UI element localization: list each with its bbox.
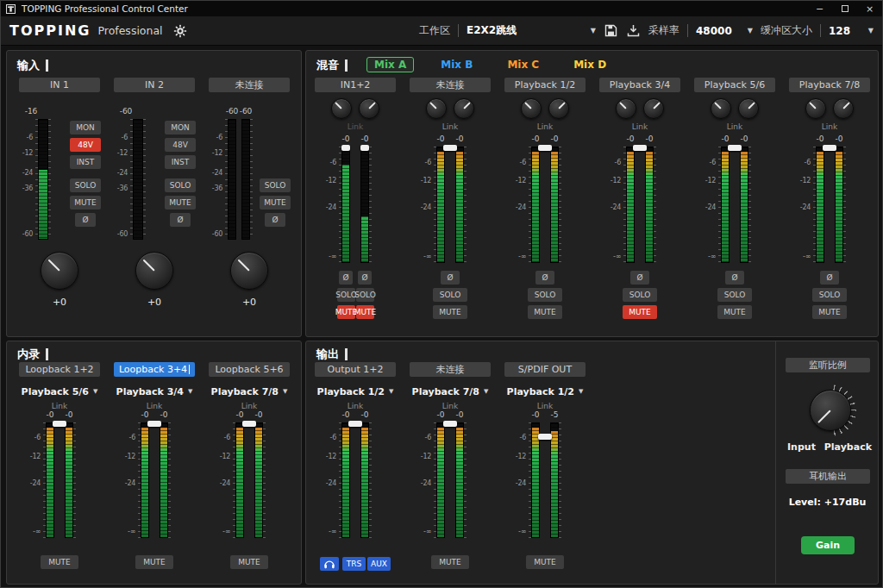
channel-header[interactable]: 未连接 — [209, 78, 290, 92]
monitor-balance-knob[interactable] — [805, 385, 856, 436]
mon-button[interactable]: MON — [165, 121, 196, 134]
phase-button[interactable]: Ø — [630, 271, 649, 285]
mute-button[interactable]: MUTE — [70, 196, 101, 210]
mute-button[interactable]: MUTE — [165, 196, 196, 210]
fader-handle[interactable] — [728, 145, 742, 151]
fader-handle[interactable] — [242, 421, 256, 427]
mute-button[interactable]: MUTE — [623, 305, 657, 319]
phantom-48v-button[interactable]: 48V — [70, 138, 101, 152]
solo-button[interactable]: SOLO — [623, 288, 657, 302]
solo-button[interactable]: SOLO — [356, 288, 374, 302]
channel-header[interactable]: IN 2 — [114, 78, 195, 92]
phase-button[interactable]: Ø — [725, 271, 744, 285]
mute-button[interactable]: MUTE — [135, 555, 173, 569]
gain-knob[interactable] — [41, 252, 78, 290]
channel-header[interactable]: 未连接 — [410, 78, 491, 92]
pan-knob-left[interactable] — [805, 98, 826, 119]
channel-header[interactable]: IN1+2 — [315, 78, 396, 92]
solo-button[interactable]: SOLO — [70, 178, 101, 192]
fader-handle[interactable] — [633, 145, 647, 151]
phase-button[interactable]: Ø — [339, 271, 353, 285]
monitor-knob-face[interactable] — [810, 390, 851, 431]
source-select[interactable]: Playback 3/4▼ — [110, 385, 199, 398]
solo-button[interactable]: SOLO — [717, 288, 752, 302]
pan-knob-left[interactable] — [616, 98, 636, 119]
gain-knob[interactable] — [135, 252, 173, 290]
mon-button[interactable]: MON — [70, 121, 101, 134]
channel-header[interactable]: Loopback 1+2 — [19, 362, 100, 377]
fader-handle[interactable] — [341, 145, 350, 151]
fader-handle[interactable] — [53, 421, 66, 427]
workspace-select[interactable]: E2X2跳线 ▼ — [467, 23, 596, 38]
headphone-button[interactable] — [320, 557, 339, 571]
fader-handle[interactable] — [538, 434, 552, 440]
channel-header[interactable]: Playback 3/4 — [599, 78, 680, 92]
fader-handle[interactable] — [443, 145, 457, 151]
pan-knob-right[interactable] — [548, 98, 569, 119]
pan-knob-right[interactable] — [359, 98, 379, 119]
source-select[interactable]: Playback 1/2▼ — [310, 385, 400, 398]
link-label[interactable]: Link — [110, 402, 199, 410]
samplerate-select[interactable]: 48000 ▼ — [696, 25, 753, 37]
solo-button[interactable]: SOLO — [528, 288, 562, 302]
mute-button[interactable]: MUTE — [356, 305, 374, 319]
source-select[interactable]: Playback 7/8▼ — [204, 385, 294, 398]
pan-knob-right[interactable] — [643, 98, 664, 119]
pan-knob-right[interactable] — [833, 98, 854, 119]
channel-header[interactable]: Playback 5/6 — [694, 78, 775, 92]
link-label[interactable]: Link — [15, 402, 104, 410]
pan-knob-right[interactable] — [454, 98, 474, 119]
gain-button[interactable]: Gain — [801, 536, 855, 554]
inst-button[interactable]: INST — [165, 155, 196, 169]
solo-button[interactable]: SOLO — [260, 178, 291, 192]
tab-mix-a[interactable]: Mix A — [366, 57, 414, 72]
tab-mix-c[interactable]: Mix C — [499, 57, 547, 72]
channel-header[interactable]: Playback 1/2 — [504, 78, 586, 92]
tab-mix-b[interactable]: Mix B — [433, 57, 480, 72]
solo-button[interactable]: SOLO — [165, 178, 196, 192]
pan-knob-left[interactable] — [331, 98, 352, 119]
phase-button[interactable]: Ø — [535, 271, 554, 285]
mute-button[interactable]: MUTE — [230, 555, 268, 569]
mute-button[interactable]: MUTE — [526, 555, 564, 569]
channel-header[interactable]: Loopback 3+4 — [114, 362, 195, 377]
fader-handle[interactable] — [348, 421, 362, 427]
buffer-select[interactable]: 128 ▼ — [829, 25, 874, 37]
mute-button[interactable]: MUTE — [528, 305, 562, 319]
phase-button[interactable]: Ø — [358, 271, 372, 285]
pan-knob-left[interactable] — [521, 98, 542, 119]
mute-button[interactable]: MUTE — [812, 305, 847, 319]
maximize-button[interactable] — [832, 1, 857, 16]
close-button[interactable]: × — [857, 1, 882, 16]
pan-knob-right[interactable] — [738, 98, 759, 119]
fader-handle[interactable] — [538, 145, 552, 151]
gain-knob[interactable] — [230, 252, 268, 290]
channel-header[interactable]: S/PDIF OUT — [504, 362, 586, 377]
source-select[interactable]: Playback 7/8▼ — [405, 385, 495, 398]
save-workspace-button[interactable] — [604, 23, 618, 38]
solo-button[interactable]: SOLO — [433, 288, 467, 302]
link-label[interactable]: Link — [690, 122, 780, 131]
source-select[interactable]: Playback 5/6▼ — [15, 385, 104, 398]
inst-button[interactable]: INST — [70, 155, 101, 169]
fader-handle[interactable] — [823, 145, 836, 151]
link-label[interactable]: Link — [595, 122, 685, 131]
solo-button[interactable]: SOLO — [337, 288, 355, 302]
mute-button[interactable]: MUTE — [717, 305, 752, 319]
fader-handle[interactable] — [147, 421, 161, 427]
fader-handle[interactable] — [360, 145, 369, 151]
tab-mix-d[interactable]: Mix D — [566, 57, 614, 72]
pan-knob-left[interactable] — [711, 98, 731, 119]
source-select[interactable]: Playback 1/2▼ — [500, 385, 590, 398]
phase-button[interactable]: Ø — [265, 213, 285, 227]
link-label[interactable]: Link — [500, 402, 590, 410]
load-workspace-button[interactable] — [626, 23, 641, 38]
solo-button[interactable]: SOLO — [812, 288, 847, 302]
phase-button[interactable]: Ø — [820, 271, 839, 285]
settings-button[interactable] — [173, 24, 187, 38]
channel-header[interactable]: Playback 7/8 — [789, 78, 870, 92]
phase-button[interactable]: Ø — [75, 213, 96, 227]
link-label[interactable]: Link — [310, 402, 400, 410]
mute-button[interactable]: MUTE — [41, 555, 78, 569]
phase-button[interactable]: Ø — [441, 271, 460, 285]
